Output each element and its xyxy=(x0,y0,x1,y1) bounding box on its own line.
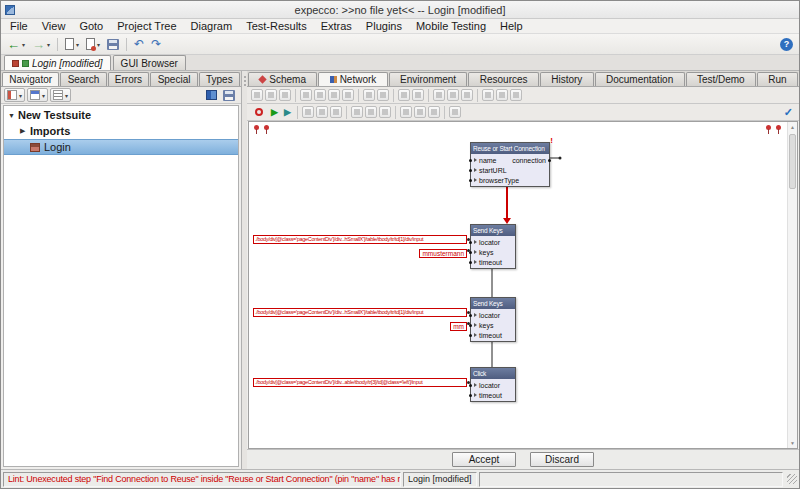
menu-file[interactable]: File xyxy=(3,19,35,33)
pushpin-icon[interactable] xyxy=(263,125,271,135)
tab-run[interactable]: Run xyxy=(757,72,798,86)
new-element-icon[interactable] xyxy=(251,89,263,101)
step-block-reuse-or-start-connection[interactable]: ! Reuse or Start Connection name connect… xyxy=(470,142,550,187)
undo-button[interactable]: ↶ xyxy=(131,35,147,53)
tab-schema[interactable]: Schema xyxy=(248,72,317,86)
output-pin-label[interactable]: connection xyxy=(512,157,546,164)
menu-plugins[interactable]: Plugins xyxy=(359,19,409,33)
step-block-click[interactable]: Click locator timeout xyxy=(470,367,516,402)
move-down-icon[interactable] xyxy=(377,89,389,101)
tab-resources[interactable]: Resources xyxy=(468,72,538,86)
open-document-button[interactable]: ▾ xyxy=(83,35,103,53)
input-pin-label[interactable]: timeout xyxy=(479,259,502,266)
zoom-in-icon[interactable] xyxy=(400,106,412,118)
add-input-pin-icon[interactable] xyxy=(398,89,410,101)
tree-item-testsuite[interactable]: ▼ New Testsuite xyxy=(4,107,238,123)
tab-search[interactable]: Search xyxy=(60,72,106,86)
scroll-down-icon[interactable]: ▼ xyxy=(788,438,797,448)
menu-test-results[interactable]: Test-Results xyxy=(239,19,314,33)
canvas-vertical-scrollbar[interactable]: ▲ ▼ xyxy=(787,122,797,448)
step-into-icon[interactable] xyxy=(316,106,328,118)
show-grid-icon[interactable] xyxy=(365,106,377,118)
diagram-canvas[interactable]: ! Reuse or Start Connection name connect… xyxy=(248,121,798,449)
step-block-send-keys-2[interactable]: Send Keys locator keys timeout xyxy=(470,297,516,342)
search-step-icon[interactable] xyxy=(449,106,461,118)
save-element-icon[interactable] xyxy=(279,89,291,101)
auto-layout-icon[interactable] xyxy=(461,89,473,101)
align-horizontal-icon[interactable] xyxy=(433,89,445,101)
sort-menu-button[interactable]: ▾ xyxy=(50,88,71,102)
redo-button[interactable]: ↷ xyxy=(148,35,164,53)
menu-help[interactable]: Help xyxy=(493,19,530,33)
step-over-icon[interactable] xyxy=(302,106,314,118)
tree-item-login[interactable]: Login xyxy=(4,139,238,155)
tab-gui-browser[interactable]: GUI Browser xyxy=(113,55,186,70)
input-pin-label[interactable]: timeout xyxy=(479,392,502,399)
back-button[interactable]: ← ▾ xyxy=(4,35,28,53)
tab-types[interactable]: Types xyxy=(199,72,240,86)
insert-comment-icon[interactable] xyxy=(482,89,494,101)
tab-history[interactable]: History xyxy=(540,72,594,86)
tab-documentation[interactable]: Documentation xyxy=(595,72,685,86)
forward-button[interactable]: → ▾ xyxy=(29,35,53,53)
pin-value-keys-2[interactable]: mm xyxy=(253,319,467,328)
print-icon[interactable] xyxy=(510,89,522,101)
menu-project-tree[interactable]: Project Tree xyxy=(110,19,183,33)
new-item-menu-button[interactable]: ▾ xyxy=(4,88,25,102)
delete-icon[interactable] xyxy=(342,89,354,101)
resize-grip[interactable] xyxy=(787,474,797,484)
input-pin-label[interactable]: name xyxy=(479,157,497,164)
zoom-out-icon[interactable] xyxy=(414,106,426,118)
save-button[interactable] xyxy=(104,35,122,53)
tab-login[interactable]: Login [modified] xyxy=(4,55,111,70)
accept-button[interactable]: Accept xyxy=(452,452,516,467)
record-button[interactable] xyxy=(250,103,268,121)
add-output-pin-icon[interactable] xyxy=(412,89,424,101)
input-pin-label[interactable]: locator xyxy=(479,239,500,246)
run-button[interactable]: ▶ xyxy=(268,103,281,121)
load-element-icon[interactable] xyxy=(265,89,277,101)
tab-special[interactable]: Special xyxy=(150,72,197,86)
pin-value-keys-1[interactable]: mmustermann xyxy=(253,246,467,255)
copy-icon[interactable] xyxy=(314,89,326,101)
new-document-button[interactable]: ▾ xyxy=(62,35,82,53)
discard-button[interactable]: Discard xyxy=(530,452,594,467)
library-button[interactable] xyxy=(203,86,220,104)
pushpin-icon[interactable] xyxy=(765,125,773,135)
fit-view-icon[interactable] xyxy=(428,106,440,118)
expander-icon[interactable]: ▶ xyxy=(20,127,30,135)
tab-network[interactable]: Network xyxy=(318,72,387,86)
save-tree-button[interactable] xyxy=(220,86,238,104)
tab-errors[interactable]: Errors xyxy=(108,72,150,86)
step-block-send-keys-1[interactable]: Send Keys locator keys timeout xyxy=(470,224,516,269)
align-vertical-icon[interactable] xyxy=(447,89,459,101)
snap-to-grid-icon[interactable] xyxy=(379,106,391,118)
menu-view[interactable]: View xyxy=(35,19,73,33)
step-out-icon[interactable] xyxy=(330,106,342,118)
menu-goto[interactable]: Goto xyxy=(72,19,110,33)
tab-environment[interactable]: Environment xyxy=(389,72,468,86)
pin-value-xpath-1[interactable]: ./body/div[@class='pageContentDiv']/div.… xyxy=(253,235,467,244)
input-pin-label[interactable]: browserType xyxy=(479,177,519,184)
help-button[interactable]: ? xyxy=(777,35,796,53)
expander-icon[interactable]: ▼ xyxy=(8,112,18,119)
pushpin-icon[interactable] xyxy=(775,125,783,135)
tree-item-imports[interactable]: ▶ Imports xyxy=(4,123,238,139)
export-image-icon[interactable] xyxy=(496,89,508,101)
paste-icon[interactable] xyxy=(328,89,340,101)
run-with-debugger-button[interactable]: ▶ xyxy=(281,103,294,121)
pushpin-icon[interactable] xyxy=(253,125,261,135)
scroll-up-icon[interactable]: ▲ xyxy=(788,122,797,132)
cut-icon[interactable] xyxy=(300,89,312,101)
scrollbar-thumb[interactable] xyxy=(789,134,796,189)
input-pin-label[interactable]: keys xyxy=(479,322,493,329)
menu-mobile-testing[interactable]: Mobile Testing xyxy=(409,19,493,33)
toggle-breakpoint-icon[interactable] xyxy=(351,106,363,118)
input-pin-label[interactable]: locator xyxy=(479,382,500,389)
input-pin-label[interactable]: keys xyxy=(479,249,493,256)
view-mode-menu-button[interactable]: ▾ xyxy=(27,88,48,102)
menu-extras[interactable]: Extras xyxy=(314,19,359,33)
syntax-check-button[interactable]: ✓ xyxy=(781,103,796,121)
tab-navigator[interactable]: Navigator xyxy=(2,72,59,86)
input-pin-label[interactable]: locator xyxy=(479,312,500,319)
